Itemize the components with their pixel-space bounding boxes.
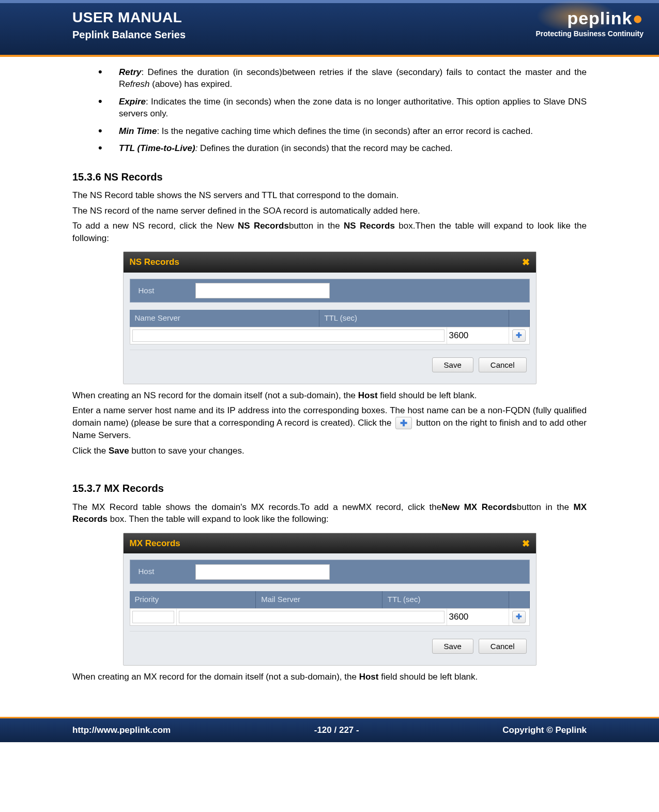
bullet-expire: Expire: Indicates the time (in seconds) … xyxy=(98,96,587,120)
mx-records-heading: 15.3.7 MX Records xyxy=(72,482,587,496)
ns-name-server-input[interactable] xyxy=(132,329,445,342)
ns-after2: Enter a name server host name and its IP… xyxy=(72,404,587,441)
ns-p2: The NS record of the name server defined… xyxy=(72,205,587,217)
mx-records-panel: MX Records ✖ Host Priority Mail Server T… xyxy=(123,533,537,666)
bullet-retry: Retry: Defines the duration (in seconds)… xyxy=(98,66,587,91)
mx-ttl-value: 3600 xyxy=(447,609,509,625)
mx-mail-server-input[interactable] xyxy=(179,611,445,623)
ns-host-input[interactable] xyxy=(195,283,330,298)
mx-after1: When creating an MX record for the domai… xyxy=(72,671,587,683)
ns-host-row: Host xyxy=(130,279,530,303)
mx-cancel-button[interactable]: Cancel xyxy=(479,639,527,654)
brand-tagline: Protecting Business Continuity xyxy=(536,29,643,38)
mx-priority-label: Priority xyxy=(130,591,256,608)
mx-panel-title: MX Records xyxy=(130,538,180,548)
brand-name: peplink xyxy=(567,8,632,28)
ns-columns-header: Name Server TTL (sec) xyxy=(130,310,530,327)
ns-p1: The NS Record table shows the NS servers… xyxy=(72,189,587,201)
mx-host-input[interactable] xyxy=(195,564,330,580)
ns-panel-header: NS Records ✖ xyxy=(124,252,536,272)
manual-subtitle: Peplink Balance Series xyxy=(72,29,186,41)
ns-host-label: Host xyxy=(133,282,195,299)
bullet-min-time: Min Time: Is the negative caching time w… xyxy=(98,125,587,137)
definition-list: Retry: Defines the duration (in seconds)… xyxy=(98,66,587,155)
ns-p3: To add a new NS record, click the New NS… xyxy=(72,220,587,244)
add-mx-button[interactable]: ✚ xyxy=(512,611,526,623)
ns-cancel-button[interactable]: Cancel xyxy=(479,357,527,372)
footer-url: http://www.peplink.com xyxy=(72,725,171,735)
close-icon[interactable]: ✖ xyxy=(522,537,530,550)
mx-host-label: Host xyxy=(133,563,195,580)
close-icon[interactable]: ✖ xyxy=(522,256,530,269)
mx-mail-server-label: Mail Server xyxy=(256,591,382,608)
ns-after4: Click the Save button to save your chang… xyxy=(72,445,587,457)
mx-row: 3600 ✚ xyxy=(130,608,530,626)
plus-icon: ✚ xyxy=(395,417,412,429)
footer-copy: Copyright © Peplink xyxy=(502,725,587,735)
add-ns-button[interactable]: ✚ xyxy=(512,329,526,342)
ns-name-server-label: Name Server xyxy=(130,310,319,327)
ns-ttl-value: 3600 xyxy=(447,327,509,344)
ns-row: 3600 ✚ xyxy=(130,327,530,344)
mx-priority-input[interactable] xyxy=(132,611,174,623)
ns-ttl-label: TTL (sec) xyxy=(319,310,509,327)
mx-panel-header: MX Records ✖ xyxy=(124,533,536,553)
brand-logo: peplink● Protecting Business Continuity xyxy=(536,8,643,38)
mx-ttl-label: TTL (sec) xyxy=(382,591,509,608)
mx-p1: The MX Record table shows the domain's M… xyxy=(72,501,587,525)
mx-columns-header: Priority Mail Server TTL (sec) xyxy=(130,591,530,608)
ns-records-heading: 15.3.6 NS Records xyxy=(72,170,587,185)
ns-panel-title: NS Records xyxy=(130,257,179,267)
ns-records-panel: NS Records ✖ Host Name Server TTL (sec) … xyxy=(123,251,537,384)
page-header: USER MANUAL Peplink Balance Series pepli… xyxy=(0,0,659,57)
bullet-ttl: TTL (Time-to-Live): Defines the duration… xyxy=(98,142,587,154)
manual-title: USER MANUAL xyxy=(72,9,186,26)
mx-save-button[interactable]: Save xyxy=(432,639,473,654)
ns-after1: When creating an NS record for the domai… xyxy=(72,389,587,401)
mx-host-row: Host xyxy=(130,560,530,584)
page-footer: http://www.peplink.com -120 / 227 - Copy… xyxy=(0,718,659,742)
footer-page: -120 / 227 - xyxy=(314,725,359,735)
ns-save-button[interactable]: Save xyxy=(432,357,473,372)
